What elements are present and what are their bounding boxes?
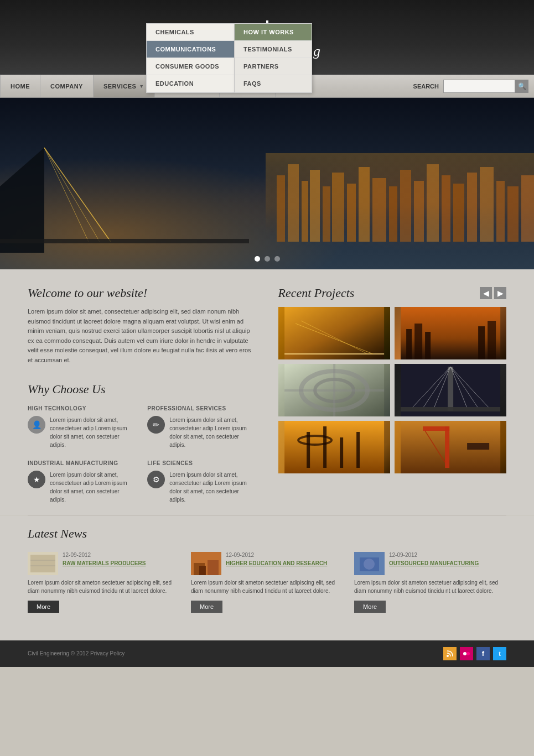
project-thumb-0[interactable] [278,307,390,359]
svg-rect-38 [425,332,431,359]
svg-point-77 [447,655,449,657]
recent-prev-button[interactable]: ◀ [480,287,492,299]
svg-rect-54 [401,407,500,411]
svg-rect-11 [277,175,285,242]
svg-rect-19 [372,178,386,242]
why-item-life-sciences: LIFE SCIENCES ⚙ Lorem ipsum dolor sit am… [147,460,256,504]
news-meta-0: 12-09-2012 RAW MATERIALS PRODUCERS [63,552,146,567]
hero-dot-3[interactable] [274,256,280,262]
why-item-2-title: INDUSTRIAL MANUFACTURING [28,460,136,466]
svg-rect-23 [427,164,439,242]
news-thumb-2 [354,552,385,575]
footer-social: f t [443,647,506,660]
why-icon-gear: ⚙ [147,471,165,488]
svg-rect-63 [423,426,449,431]
svg-rect-60 [356,432,360,468]
news-body-2: Lorem ipsum dolor sit ameton sectetuer a… [354,578,506,595]
why-item-professional: PROFESSIONAL SERVICES ✏ Lorem ipsum dolo… [147,405,256,449]
recent-next-button[interactable]: ▶ [494,287,506,299]
dd-how-it-works[interactable]: HOW IT WORKS [235,24,312,41]
svg-rect-55 [284,421,384,473]
search-label: SEARCH [413,83,439,90]
project-thumb-5[interactable] [395,421,506,473]
svg-rect-17 [347,184,356,242]
why-icon-person: 👤 [28,416,45,434]
svg-rect-28 [496,181,505,242]
svg-rect-31 [284,307,384,359]
svg-rect-15 [323,186,330,242]
news-headline-1[interactable]: HIGHER EDUCATION AND RESEARCH [226,560,327,567]
services-arrow: ▼ [139,84,144,89]
why-item-industrial: INDUSTRIAL MANUFACTURING ★ Lorem ipsum d… [28,460,136,504]
search-input[interactable] [443,80,515,93]
hero-bridge-svg [0,142,534,253]
svg-point-79 [466,652,470,655]
svg-rect-26 [467,173,477,242]
social-rss[interactable] [443,647,457,660]
site-footer: Civil Engineering © 2012 Privacy Policy … [0,640,534,667]
recent-projects-title: Recent Projects [278,286,355,300]
svg-rect-36 [406,329,412,359]
svg-rect-25 [453,184,464,242]
dd-communications[interactable]: COMMUNICATIONS [147,41,234,58]
why-item-0-text: Lorem ipsum dolor sit amet, consectetuer… [50,416,136,449]
why-choose-us-section: Why Choose Us HIGH TECHNOLOGY 👤 Lorem ip… [28,382,256,504]
news-item-0: 12-09-2012 RAW MATERIALS PRODUCERS Lorem… [28,552,180,613]
svg-rect-67 [30,555,55,572]
main-content: Welcome to our website! Lorem ipsum dolo… [0,269,534,515]
dd-partners[interactable]: PARTNERS [235,58,312,75]
search-button[interactable]: 🔍 [515,80,528,93]
svg-rect-47 [448,367,453,411]
news-top-1: 12-09-2012 HIGHER EDUCATION AND RESEARCH [191,552,343,575]
news-headline-0[interactable]: RAW MATERIALS PRODUCERS [63,560,146,567]
dd-chemicals[interactable]: CHEMICALS [147,24,234,41]
why-item-1-text: Lorem ipsum dolor sit amet, consectetuer… [169,416,256,449]
project-thumb-1[interactable] [395,307,506,359]
news-top-2: 12-09-2012 OUTSOURCED MANUFACTURING [354,552,506,575]
news-body-0: Lorem ipsum dolor sit ameton sectetuer a… [28,578,180,595]
svg-line-8 [44,148,100,242]
news-item-2: 12-09-2012 OUTSOURCED MANUFACTURING Lore… [354,552,506,613]
project-thumb-4[interactable] [278,421,390,473]
search-area: SEARCH 🔍 [413,80,534,93]
search-icon: 🔍 [518,82,526,90]
svg-rect-13 [302,181,308,242]
news-meta-1: 12-09-2012 HIGHER EDUCATION AND RESEARCH [226,552,327,567]
dd-testimonials[interactable]: TESTIMONIALS [235,41,312,58]
content-grid: Welcome to our website! Lorem ipsum dolo… [28,286,506,504]
left-column: Welcome to our website! Lorem ipsum dolo… [28,286,256,504]
dd-faqs[interactable]: FAQs [235,75,312,92]
news-more-1[interactable]: More [191,601,222,613]
svg-rect-29 [507,186,519,242]
nav-company[interactable]: COMPANY [40,75,94,97]
welcome-section: Welcome to our website! Lorem ipsum dolo… [28,286,256,366]
dd-consumer-goods[interactable]: CONSUMER GOODS [147,58,234,75]
recent-controls: ◀ ▶ [480,287,506,299]
project-thumb-2[interactable] [278,364,390,416]
why-icon-star: ★ [28,471,45,488]
why-item-high-tech: HIGH TECHNOLOGY 👤 Lorem ipsum dolor sit … [28,405,136,449]
social-facebook[interactable]: f [476,647,490,660]
hero-banner [0,98,534,269]
news-item-1: 12-09-2012 HIGHER EDUCATION AND RESEARCH… [191,552,343,613]
svg-point-76 [364,559,375,570]
svg-rect-14 [310,170,320,242]
hero-pagination [255,256,280,262]
hero-dot-1[interactable] [255,256,260,262]
welcome-text: Lorem ipsum dolor sit amet, consectetuer… [28,307,256,366]
news-more-2[interactable]: More [354,601,386,613]
social-flickr[interactable] [460,647,473,660]
why-item-3-text: Lorem ipsum dolor sit amet, consectetuer… [169,471,256,504]
news-body-1: Lorem ipsum dolor sit ameton sectetuer a… [191,578,343,595]
dd-education[interactable]: EDUCATION [147,75,234,92]
hero-dot-2[interactable] [265,256,270,262]
social-twitter[interactable]: t [493,647,506,660]
svg-rect-39 [478,326,485,359]
news-more-0[interactable]: More [28,601,59,613]
why-grid: HIGH TECHNOLOGY 👤 Lorem ipsum dolor sit … [28,405,256,504]
project-thumb-3[interactable] [395,364,506,416]
nav-home[interactable]: HOME [0,75,40,97]
projects-grid [278,307,507,473]
why-item-3-title: LIFE SCIENCES [147,460,256,466]
news-headline-2[interactable]: OUTSOURCED MANUFACTURING [389,560,479,567]
